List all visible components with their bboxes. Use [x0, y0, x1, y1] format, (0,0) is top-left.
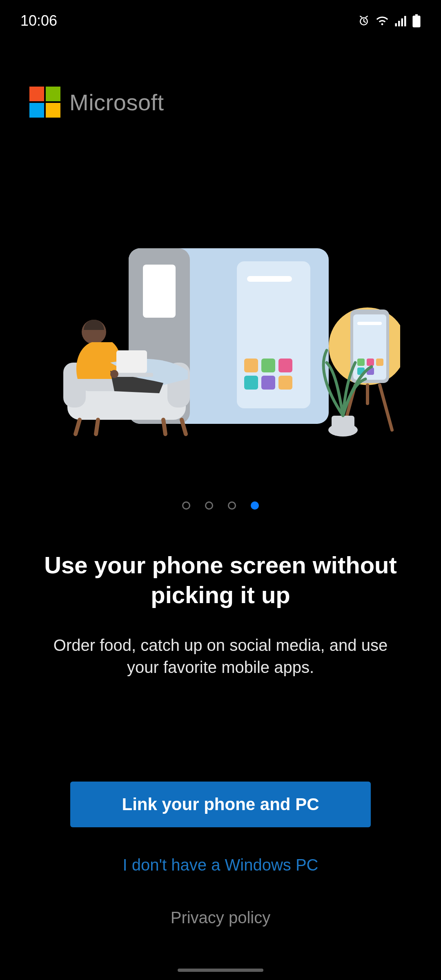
page-dot: [182, 501, 190, 510]
svg-rect-11: [247, 276, 292, 282]
page-dot: [205, 501, 213, 510]
svg-rect-22: [357, 359, 365, 366]
brand-name: Microsoft: [69, 89, 164, 116]
svg-point-36: [110, 370, 118, 378]
svg-rect-9: [143, 265, 176, 318]
svg-rect-3: [401, 18, 403, 27]
onboarding-illustration: [0, 244, 441, 440]
onboarding-subtext: Order food, catch up on social media, an…: [0, 634, 441, 678]
link-phone-pc-button[interactable]: Link your phone and PC: [70, 782, 371, 827]
bottom-actions: Link your phone and PC I don't have a Wi…: [0, 782, 441, 980]
svg-rect-13: [261, 359, 275, 372]
svg-rect-17: [278, 376, 292, 390]
signal-icon: [394, 15, 407, 27]
status-time: 10:06: [20, 12, 57, 29]
svg-rect-15: [244, 376, 258, 390]
microsoft-logo-icon: [29, 87, 60, 118]
svg-rect-4: [404, 16, 406, 27]
svg-rect-34: [116, 350, 147, 373]
nav-handle[interactable]: [178, 969, 263, 972]
page-dot: [228, 501, 236, 510]
onboarding-headline: Use your phone screen without picking it…: [0, 550, 441, 610]
svg-rect-23: [367, 359, 374, 366]
svg-rect-16: [261, 376, 275, 390]
status-bar: 10:06: [0, 0, 441, 33]
privacy-policy-link[interactable]: Privacy policy: [70, 900, 371, 935]
status-icons: [358, 14, 421, 27]
svg-rect-1: [395, 23, 397, 27]
svg-rect-24: [376, 359, 383, 366]
svg-rect-28: [332, 416, 354, 432]
svg-rect-2: [398, 21, 400, 27]
svg-rect-14: [278, 359, 292, 372]
battery-icon: [412, 14, 421, 27]
svg-rect-12: [244, 359, 258, 372]
svg-rect-6: [415, 14, 418, 16]
no-windows-pc-button[interactable]: I don't have a Windows PC: [70, 844, 371, 886]
alarm-icon: [358, 15, 370, 27]
svg-rect-35: [112, 373, 153, 377]
wifi-icon: [376, 15, 389, 27]
page-dot-active: [251, 501, 259, 510]
page-indicator: [0, 501, 441, 510]
svg-rect-21: [357, 322, 382, 325]
svg-rect-5: [412, 16, 420, 27]
brand-header: Microsoft: [0, 33, 441, 118]
